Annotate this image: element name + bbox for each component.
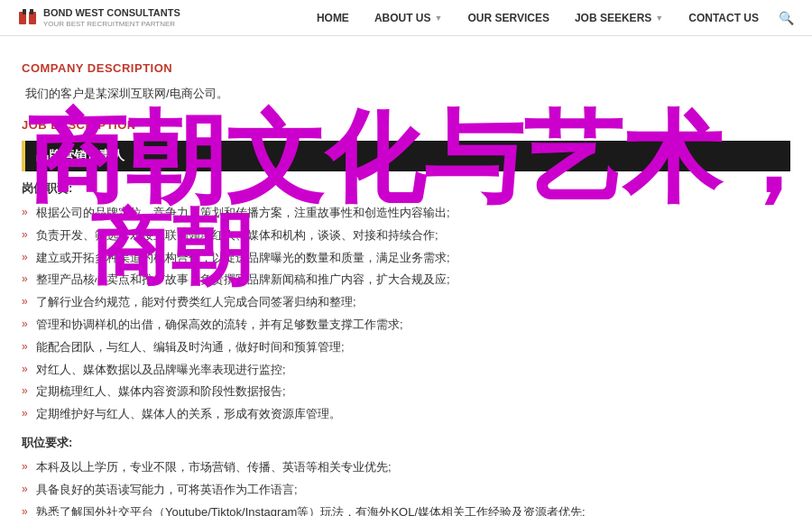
responsibility-item: 定期梳理红人、媒体内容资源和阶段性数据报告; [22, 382, 790, 401]
requirements-list: 本科及以上学历，专业不限，市场营销、传播、英语等相关专业优先;具备良好的英语读写… [22, 458, 790, 516]
svg-rect-3 [30, 9, 33, 14]
nav-links: HOME ABOUT US▼ OUR SERVICES JOB SEEKERS▼… [304, 1, 771, 35]
nav-item-about[interactable]: ABOUT US▼ [362, 1, 456, 35]
responsibility-item: 对红人、媒体数据以及品牌曝光率表现进行监控; [22, 361, 790, 380]
responsibility-item: 管理和协调样机的出借，确保高效的流转，并有足够数量支撑工作需求; [22, 316, 790, 335]
logo-name: BOND WEST CONSULTANTS [43, 7, 180, 19]
responsibility-item: 负责开发、筛选、对接互联网领域红人、媒体和机构，谈谈、对接和持续合作; [22, 226, 790, 245]
nav-item-home[interactable]: HOME [304, 1, 362, 35]
responsibility-item: 了解行业合约规范，能对付费类红人完成合同签署归纳和整理; [22, 293, 790, 312]
job-title: 品牌营销负责人 [36, 148, 125, 162]
responsibility-item: 整理产品核心卖点和推广故事，负责撰写品牌新闻稿和推广内容，扩大合规及应; [22, 271, 790, 290]
search-icon[interactable]: 🔍 [779, 11, 794, 25]
company-section-title: COMPANY DESCRIPTION [22, 61, 790, 75]
requirement-item: 熟悉了解国外社交平台（Youtube/Tiktok/Instagram等）玩法，… [22, 503, 790, 516]
jobseekers-dropdown-arrow: ▼ [655, 14, 663, 23]
logo-icon [18, 8, 38, 28]
responsibilities-list: 根据公司的品牌定位、竞争力，策划和传播方案，注重故事性和创造性内容输出;负责开发… [22, 204, 790, 424]
svg-rect-2 [23, 9, 26, 14]
job-title-bar: 品牌营销负责人 [22, 141, 790, 171]
nav-item-services[interactable]: OUR SERVICES [455, 1, 561, 35]
responsibility-item: 建立或开拓多种渠道的机构合作，以促进品牌曝光的数量和质量，满足业务需求; [22, 249, 790, 268]
nav-item-contact[interactable]: CONTACT US [676, 1, 771, 35]
nav-item-jobseekers[interactable]: JOB SEEKERS▼ [562, 1, 676, 35]
requirement-item: 具备良好的英语读写能力，可将英语作为工作语言; [22, 481, 790, 500]
requirements-label: 职位要求: [22, 435, 790, 451]
requirement-item: 本科及以上学历，专业不限，市场营销、传播、英语等相关专业优先; [22, 458, 790, 477]
responsibility-item: 根据公司的品牌定位、竞争力，策划和传播方案，注重故事性和创造性内容输出; [22, 204, 790, 223]
responsibility-item: 定期维护好与红人、媒体人的关系，形成有效资源库管理。 [22, 405, 790, 424]
role-label: 岗位职责: [22, 180, 790, 197]
about-dropdown-arrow: ▼ [435, 14, 443, 23]
responsibility-item: 能配合团队，与红人、编辑及时沟通，做好时间和预算管理; [22, 338, 790, 357]
job-section-title: JOB DESCRIPTION [22, 118, 790, 132]
main-content: COMPANY DESCRIPTION 我们的客户是某深圳互联网/电商公司。 J… [0, 36, 812, 516]
logo-sub: YOUR BEST RECRUITMENT PARTNER [43, 20, 180, 28]
logo[interactable]: BOND WEST CONSULTANTS YOUR BEST RECRUITM… [18, 7, 180, 27]
company-description: 我们的客户是某深圳互联网/电商公司。 [22, 86, 790, 102]
